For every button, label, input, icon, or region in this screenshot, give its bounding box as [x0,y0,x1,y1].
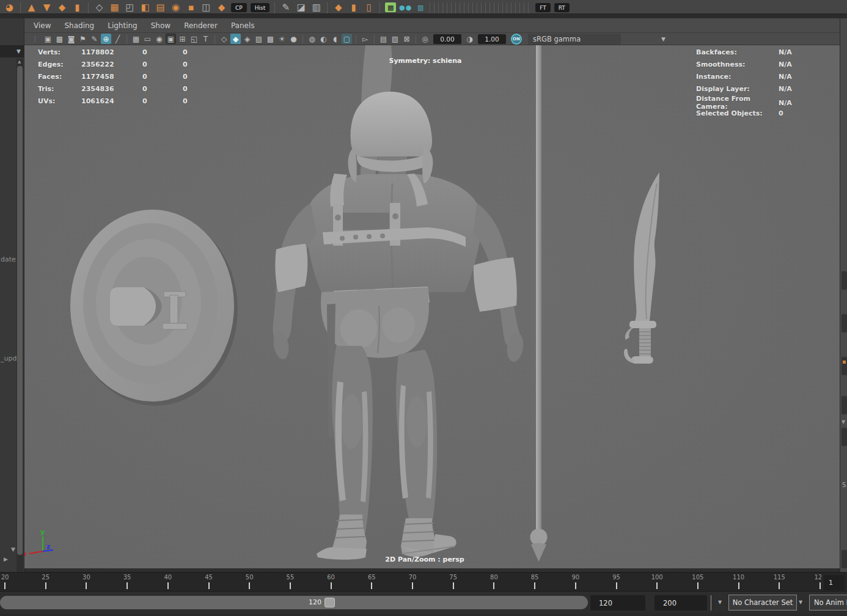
ft-button[interactable]: FT [535,3,551,12]
duplicate-icon[interactable]: ◰ [122,1,138,13]
poly-cube-icon[interactable]: ◆ [54,1,70,13]
wireframe-icon[interactable]: ◇ [219,34,229,44]
menu-panels[interactable]: Panels [224,21,262,30]
film-gate-icon[interactable]: ▭ [142,34,153,44]
motion-blur-icon[interactable]: ◐ [318,34,329,44]
smooth-icon[interactable]: ◉ [168,1,183,13]
hud-cell: 0 [142,73,183,81]
gate-mask-icon[interactable]: ▣ [166,34,176,44]
use-default-material-icon[interactable]: ▩ [265,34,276,44]
screen-space-icon[interactable]: ▢ [342,34,352,44]
colorspace-dropdown[interactable]: sRGB gamma [528,34,621,45]
shelf-separator [88,2,89,13]
tick-mark [208,582,210,589]
chevron-down-icon[interactable]: ▼ [799,600,802,605]
window-bottom-edge [0,614,847,616]
anim-layer-menu[interactable]: No Anim Laye [809,595,847,610]
scrollbar-thumb[interactable] [17,66,23,555]
target-weld-icon[interactable]: ▥ [309,1,324,13]
uv-checker-icon[interactable]: ▩ [385,2,396,12]
chevron-down-icon[interactable]: ▼ [718,600,722,605]
character-set-menu[interactable]: No Character Set [728,595,797,610]
shelf-slot [460,2,464,13]
multi-cut-icon[interactable]: ◪ [293,1,309,13]
bridge-icon[interactable]: ◫ [199,1,214,13]
right-edge-strip: ▼ S [840,18,847,572]
lighting-icon[interactable]: ☀ [277,34,287,44]
isolate-select-icon[interactable]: ▤ [378,34,389,44]
mirror-icon[interactable]: ◧ [138,1,153,13]
wedge-icon[interactable]: ▮ [346,1,361,13]
anti-alias-icon[interactable]: ◖ [330,34,340,44]
quad-draw-icon[interactable]: ✎ [278,1,293,13]
shelf-slot [477,2,481,13]
isolate-view-icon[interactable]: ▧ [390,34,400,44]
wireframe-on-shaded-icon[interactable]: ◈ [242,34,252,44]
poly-cylinder-icon[interactable]: ▮ [70,1,85,13]
combine-icon[interactable]: ◇ [92,1,107,13]
range-end-handle[interactable] [324,598,335,607]
gamma-field[interactable]: 1.00 [478,34,506,44]
pipe-icon[interactable]: ▯ [361,1,376,13]
boolean-icon[interactable]: ◆ [331,1,346,13]
bevel-icon[interactable]: ◆ [214,1,229,13]
shadows-icon[interactable]: ● [288,34,299,44]
measure-icon[interactable]: ▥ [413,1,428,13]
camera-icon[interactable]: ▣ [43,34,53,44]
resolution-gate-icon[interactable]: ◉ [154,34,164,44]
poly-pyramid-icon[interactable]: ▼ [39,1,54,13]
poly-sphere-icon[interactable]: ◕ [2,1,17,13]
tick-mark [453,582,454,589]
grease-pencil-icon[interactable]: ✎ [89,34,100,44]
color-management-toggle[interactable]: ON [511,34,522,45]
extrude-icon[interactable]: ▪ [183,1,199,13]
textured-icon[interactable]: ▨ [254,34,264,44]
toolbar-handle[interactable]: ⋮ [30,34,40,44]
symmetry-spheres-icon[interactable]: ●● [398,1,413,13]
current-frame-field[interactable]: 1 [824,575,845,590]
range-slider-bar[interactable]: 120 [0,596,588,609]
poly-cone-icon[interactable]: ▲ [24,1,39,13]
animation-end-field[interactable]: 200 [654,595,707,610]
tick-mark [127,582,128,589]
paint-icon[interactable]: ╱ [112,34,123,44]
bookmark-icon[interactable]: ⚑ [78,34,88,44]
ambient-occlusion-icon[interactable]: ◍ [307,34,317,44]
smooth-shade-icon[interactable]: ◆ [230,34,241,44]
rt-button[interactable]: RT [554,3,570,12]
field-chart-icon[interactable]: ⊞ [177,34,188,44]
left-panel-header[interactable]: ▼ [0,45,24,57]
cp-button[interactable]: CP [231,3,247,12]
menu-shading[interactable]: Shading [57,21,101,30]
menu-show[interactable]: Show [144,21,177,30]
hud-cell: 0 [183,73,223,81]
tick-mark [575,582,576,589]
poly-grid-icon[interactable]: ▦ [107,1,122,13]
camera-attrs-icon[interactable]: ◙ [66,34,76,44]
menu-renderer[interactable]: Renderer [177,21,224,30]
viewport-3d-canvas[interactable]: y x z Verts:117880200Edges:235622200Face… [24,45,840,568]
subdivide-icon[interactable]: ▤ [153,1,168,13]
tick-mark [331,582,332,589]
menu-view[interactable]: View [27,21,57,30]
exposure-icon[interactable]: ◎ [420,34,430,44]
scroll-up-icon[interactable]: ▲ [18,59,21,64]
safe-action-icon[interactable]: ◱ [189,34,199,44]
select-arrow-icon[interactable]: ▻ [360,34,370,44]
grid-icon[interactable]: ▦ [131,34,141,44]
safe-title-icon[interactable]: T [200,34,211,44]
hist-button[interactable]: Hist [251,3,270,12]
playback-end-field[interactable]: 120 [590,595,645,610]
contrast-icon[interactable]: ◑ [464,34,475,44]
right-strip-orange-dot [843,361,846,364]
exposure-field[interactable]: 0.00 [433,34,461,44]
chevron-down-icon[interactable]: ▼ [661,36,666,42]
chevron-down-icon[interactable]: ▼ [11,546,15,552]
lock-camera-icon[interactable]: ▩ [54,34,65,44]
menu-lighting[interactable]: Lighting [101,21,144,30]
time-slider[interactable]: 2025303540455055606570758085909510010511… [0,573,821,592]
chevron-right-icon[interactable]: ▶ [4,556,8,562]
isolate-remove-icon[interactable]: ⊠ [402,34,412,44]
pan-zoom-icon[interactable]: ⊕ [101,34,111,44]
tick-label: 80 [490,574,498,581]
